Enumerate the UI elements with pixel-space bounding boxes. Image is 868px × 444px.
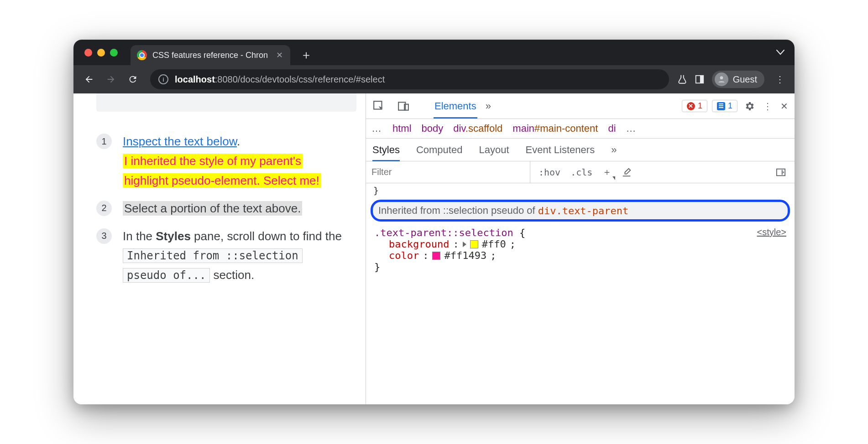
url-path: /docs/devtools/css/reference/#select bbox=[238, 74, 385, 84]
url-port: :8080 bbox=[215, 74, 238, 84]
url-host: localhost bbox=[175, 74, 215, 84]
step-1: 1 Inspect the text below. I inherited th… bbox=[96, 132, 353, 191]
profile-label: Guest bbox=[733, 74, 757, 85]
error-count: 1 bbox=[698, 101, 702, 111]
message-icon bbox=[717, 102, 725, 110]
browser-tab[interactable]: CSS features reference - Chron ✕ bbox=[131, 45, 290, 65]
devtools-menu-button[interactable]: ⋮ bbox=[761, 99, 774, 114]
highlighted-text-line1[interactable]: I inherited the style of my parent's bbox=[123, 154, 303, 168]
bc-overflow-left[interactable]: … bbox=[371, 123, 382, 134]
step3-bold: Styles bbox=[156, 229, 191, 243]
bc-html[interactable]: html bbox=[392, 123, 412, 134]
rule-close-brace: } bbox=[374, 261, 786, 273]
error-icon: ✕ bbox=[687, 102, 695, 110]
hov-toggle[interactable]: :hov bbox=[537, 166, 562, 179]
new-style-rule-button[interactable]: ＋ bbox=[601, 165, 613, 179]
tabs-overflow-icon[interactable]: » bbox=[486, 100, 491, 112]
decl-background[interactable]: background: #ff0; bbox=[374, 238, 786, 250]
rule-selector-line[interactable]: .text-parent::selection { bbox=[374, 227, 525, 238]
step2-text: Select a portion of the text above. bbox=[123, 201, 302, 216]
styles-filter-row: :hov .cls ＋ bbox=[366, 161, 795, 183]
avatar-icon bbox=[715, 72, 728, 86]
inspect-element-icon[interactable] bbox=[371, 98, 387, 114]
step-badge: 3 bbox=[96, 228, 112, 244]
semi2: ; bbox=[490, 250, 496, 261]
devtools-panel: Elements » ✕ 1 1 ⋮ ✕ bbox=[366, 93, 795, 404]
highlighted-text-line2[interactable]: highlight pseudo-element. Select me! bbox=[123, 173, 321, 188]
toolbar-right: Guest ⋮ bbox=[677, 71, 788, 88]
step-badge: 2 bbox=[96, 201, 112, 216]
step3-suffix: section. bbox=[210, 268, 254, 282]
subtab-event-listeners[interactable]: Event Listeners bbox=[526, 139, 595, 161]
step3-code2: pseudo of... bbox=[123, 268, 210, 283]
styles-filter-input[interactable] bbox=[366, 161, 530, 183]
address-bar[interactable]: i localhost:8080/docs/devtools/css/refer… bbox=[150, 69, 669, 89]
computed-toggle-icon[interactable] bbox=[774, 166, 788, 178]
content-area: 1 Inspect the text below. I inherited th… bbox=[73, 93, 795, 404]
subtab-layout[interactable]: Layout bbox=[479, 139, 509, 161]
error-count-button[interactable]: ✕ 1 bbox=[682, 100, 707, 112]
page-header-stub bbox=[96, 93, 356, 112]
forward-button[interactable] bbox=[102, 70, 120, 88]
bc-overflow-right[interactable]: … bbox=[626, 123, 637, 134]
site-info-icon[interactable]: i bbox=[158, 74, 168, 84]
reload-button[interactable] bbox=[124, 70, 142, 88]
window-maximize-button[interactable] bbox=[110, 49, 118, 57]
prev-rule-close-brace: } bbox=[366, 185, 795, 196]
browser-menu-button[interactable]: ⋮ bbox=[772, 71, 788, 88]
svg-rect-1 bbox=[700, 76, 703, 83]
message-count: 1 bbox=[728, 101, 732, 111]
dom-breadcrumb[interactable]: … html body div.scaffold main#main-conte… bbox=[366, 119, 795, 139]
tab-title: CSS features reference - Chron bbox=[152, 51, 268, 60]
tabs-dropdown-button[interactable] bbox=[776, 50, 784, 55]
val-background: #ff0 bbox=[482, 238, 506, 250]
new-tab-button[interactable]: ＋ bbox=[298, 47, 314, 62]
profile-button[interactable]: Guest bbox=[712, 71, 764, 88]
bc-di[interactable]: di bbox=[608, 123, 616, 134]
tab-close-button[interactable]: ✕ bbox=[276, 50, 283, 60]
color-swatch-bg[interactable] bbox=[470, 240, 478, 248]
styles-subtabs: Styles Computed Layout Event Listeners » bbox=[366, 139, 795, 161]
cls-toggle[interactable]: .cls bbox=[569, 166, 594, 179]
bc-div[interactable]: div.scaffold bbox=[453, 123, 502, 134]
inherit-prefix: Inherited from ::selection pseudo of bbox=[378, 205, 535, 217]
step3-code1: Inherited from ::selection bbox=[123, 248, 303, 263]
back-button[interactable] bbox=[80, 70, 98, 88]
rule-source-link[interactable]: <style> bbox=[757, 227, 786, 238]
subtabs-overflow-icon[interactable]: » bbox=[611, 144, 617, 156]
window-close-button[interactable] bbox=[84, 49, 92, 57]
url-text: localhost:8080/docs/devtools/css/referen… bbox=[175, 74, 385, 85]
window-controls bbox=[84, 49, 118, 57]
reading-list-icon[interactable] bbox=[695, 74, 705, 84]
css-rule[interactable]: .text-parent::selection { <style> backgr… bbox=[366, 225, 795, 274]
step3-mid: pane, scroll down to find the bbox=[191, 229, 342, 243]
step-3: 3 In the Styles pane, scroll down to fin… bbox=[96, 227, 353, 285]
color-swatch-color[interactable] bbox=[432, 252, 440, 260]
prop-background: background bbox=[389, 238, 449, 250]
expand-icon[interactable] bbox=[463, 242, 466, 247]
window-minimize-button[interactable] bbox=[97, 49, 105, 57]
semi1: ; bbox=[510, 238, 516, 250]
subtab-computed[interactable]: Computed bbox=[416, 139, 463, 161]
styles-pane: } Inherited from ::selection pseudo of d… bbox=[366, 183, 795, 404]
message-count-button[interactable]: 1 bbox=[712, 100, 737, 112]
devtools-brush-icon[interactable] bbox=[620, 166, 633, 178]
inherited-from-banner[interactable]: Inherited from ::selection pseudo of div… bbox=[371, 200, 790, 222]
labs-icon[interactable] bbox=[677, 74, 687, 85]
decl-color[interactable]: color: #ff1493; bbox=[374, 250, 786, 261]
device-toolbar-icon[interactable] bbox=[395, 98, 412, 114]
bc-main[interactable]: main#main-content bbox=[512, 123, 598, 134]
devtools-main-tabs: Elements » ✕ 1 1 ⋮ ✕ bbox=[366, 93, 795, 119]
devtools-close-button[interactable]: ✕ bbox=[779, 99, 790, 114]
subtab-styles[interactable]: Styles bbox=[372, 139, 400, 161]
titlebar: CSS features reference - Chron ✕ ＋ bbox=[73, 40, 795, 65]
devtools-settings-icon[interactable] bbox=[742, 99, 757, 114]
page-viewport: 1 Inspect the text below. I inherited th… bbox=[73, 93, 366, 404]
steps-list: 1 Inspect the text below. I inherited th… bbox=[96, 132, 353, 285]
svg-point-2 bbox=[720, 76, 723, 79]
val-color: #ff1493 bbox=[444, 250, 486, 261]
inspect-link[interactable]: Inspect the text below bbox=[123, 134, 237, 148]
bc-body[interactable]: body bbox=[422, 123, 444, 134]
tab-elements[interactable]: Elements bbox=[434, 94, 477, 119]
browser-toolbar: i localhost:8080/docs/devtools/css/refer… bbox=[73, 65, 795, 93]
